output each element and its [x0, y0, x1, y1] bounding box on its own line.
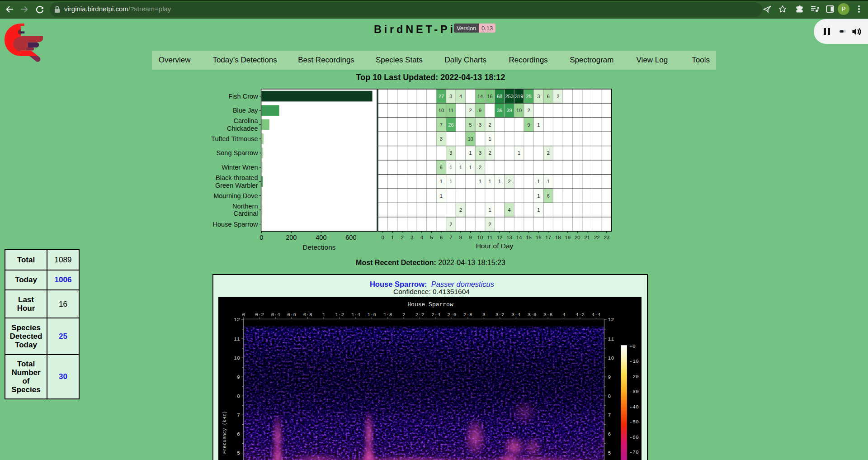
svg-text:14: 14	[477, 94, 483, 99]
svg-text:5: 5	[237, 450, 240, 456]
svg-text:Blue Jay: Blue Jay	[233, 107, 258, 114]
svg-text:16: 16	[487, 94, 492, 99]
svg-text:6: 6	[547, 193, 550, 199]
svg-text:Green Warbler: Green Warbler	[215, 182, 258, 189]
svg-text:2: 2	[488, 122, 491, 128]
svg-text:11: 11	[234, 336, 240, 342]
svg-text:2: 2	[449, 222, 452, 227]
svg-text:6: 6	[440, 235, 443, 240]
svg-text:27: 27	[439, 94, 444, 99]
svg-text:8: 8	[459, 235, 462, 240]
svg-text:6: 6	[608, 431, 611, 437]
svg-text:1·4: 1·4	[351, 312, 360, 318]
svg-text:1·6: 1·6	[367, 312, 376, 318]
svg-text:3·2: 3·2	[495, 312, 505, 318]
svg-text:600: 600	[345, 234, 356, 241]
svg-text:21: 21	[584, 235, 590, 240]
svg-text:19: 19	[565, 235, 571, 240]
svg-text:9: 9	[528, 122, 530, 128]
svg-text:-10: -10	[629, 358, 639, 364]
svg-text:1: 1	[518, 150, 520, 156]
svg-text:7: 7	[237, 412, 240, 418]
svg-text:Chickadee: Chickadee	[227, 125, 258, 132]
svg-text:18: 18	[555, 235, 561, 240]
svg-text:10: 10	[516, 108, 522, 113]
svg-text:0: 0	[382, 235, 384, 240]
svg-text:16: 16	[536, 235, 542, 240]
svg-text:14: 14	[516, 235, 522, 240]
svg-text:200: 200	[286, 234, 297, 241]
svg-text:0·2: 0·2	[255, 312, 264, 318]
svg-text:3·4: 3·4	[511, 312, 520, 318]
svg-text:8: 8	[608, 393, 611, 399]
svg-text:2: 2	[557, 94, 559, 99]
svg-text:2: 2	[401, 235, 404, 240]
svg-text:4: 4	[562, 312, 566, 318]
svg-text:2: 2	[402, 312, 406, 318]
svg-text:0·8: 0·8	[303, 312, 312, 318]
svg-text:Song Sparrow: Song Sparrow	[217, 149, 258, 156]
svg-text:1: 1	[479, 179, 481, 184]
svg-text:7: 7	[608, 412, 611, 418]
svg-text:11: 11	[487, 235, 493, 240]
svg-text:Black-throated: Black-throated	[216, 174, 258, 181]
svg-text:2: 2	[547, 150, 550, 156]
svg-text:1: 1	[488, 207, 491, 213]
svg-text:9: 9	[237, 374, 240, 380]
svg-text:-50: -50	[629, 419, 639, 425]
svg-text:1: 1	[537, 207, 540, 213]
svg-text:10: 10	[234, 355, 240, 361]
svg-text:1: 1	[322, 312, 326, 318]
svg-text:39: 39	[506, 108, 512, 113]
svg-text:8: 8	[237, 393, 240, 399]
svg-text:Hour of Day: Hour of Day	[476, 242, 514, 250]
svg-text:1: 1	[498, 179, 501, 184]
svg-text:+0: +0	[629, 343, 636, 349]
svg-text:1: 1	[469, 165, 472, 170]
svg-text:3: 3	[482, 312, 486, 318]
svg-text:1·8: 1·8	[383, 312, 392, 318]
svg-text:1: 1	[488, 179, 491, 184]
svg-text:Frequency (kHz): Frequency (kHz)	[222, 411, 227, 454]
svg-text:3: 3	[440, 136, 443, 142]
svg-text:1: 1	[449, 165, 452, 170]
svg-text:11: 11	[448, 108, 453, 113]
svg-text:Northern: Northern	[232, 203, 258, 210]
svg-text:12: 12	[234, 317, 240, 322]
svg-text:2·6: 2·6	[448, 312, 457, 318]
svg-text:2: 2	[528, 108, 530, 113]
svg-text:-60: -60	[629, 434, 639, 440]
svg-text:1: 1	[537, 122, 540, 128]
svg-text:22: 22	[594, 235, 600, 240]
svg-text:2: 2	[488, 222, 491, 227]
svg-text:12: 12	[497, 235, 503, 240]
svg-text:2: 2	[488, 150, 491, 156]
svg-text:1: 1	[391, 235, 394, 240]
svg-text:10: 10	[439, 108, 444, 113]
svg-text:13: 13	[506, 235, 512, 240]
svg-text:1·2: 1·2	[335, 312, 344, 318]
svg-text:Carolina: Carolina	[234, 117, 259, 124]
svg-text:4·2: 4·2	[576, 312, 585, 318]
svg-text:68: 68	[497, 94, 502, 99]
svg-text:-20: -20	[629, 374, 639, 379]
svg-text:1: 1	[547, 179, 550, 184]
svg-text:2: 2	[469, 108, 472, 113]
svg-text:0·4: 0·4	[271, 312, 280, 318]
svg-text:10: 10	[608, 355, 614, 361]
svg-text:-40: -40	[629, 404, 639, 410]
svg-text:9: 9	[469, 235, 472, 240]
svg-text:26: 26	[448, 122, 453, 128]
svg-text:3·6: 3·6	[528, 312, 537, 318]
svg-text:7: 7	[449, 235, 452, 240]
svg-text:28: 28	[526, 94, 531, 99]
svg-text:1: 1	[537, 193, 540, 199]
svg-text:6: 6	[547, 94, 550, 99]
svg-text:-70: -70	[629, 449, 639, 455]
svg-text:400: 400	[316, 234, 326, 241]
svg-text:4: 4	[508, 207, 511, 213]
svg-text:1: 1	[459, 165, 462, 170]
svg-text:3: 3	[479, 122, 481, 128]
svg-text:10: 10	[477, 235, 483, 240]
svg-text:2·2: 2·2	[415, 312, 425, 318]
